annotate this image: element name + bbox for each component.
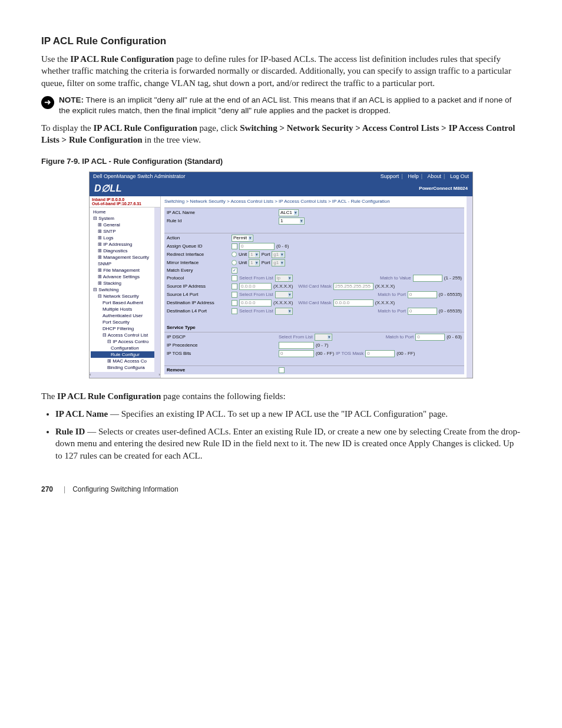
dst-port-select[interactable] [275,308,293,315]
dst-ip-checkbox[interactable] [232,300,237,306]
dst-port-match-input[interactable]: 0 [408,308,437,315]
tree-diag[interactable]: ⊞ Diagnostics [91,248,160,254]
tree-ruleconfig-selected[interactable]: Rule Configur [91,351,160,358]
tree-snmp[interactable]: SNMP [91,261,160,267]
tree-filemgmt[interactable]: ⊞ File Management [91,267,160,274]
field-desc: — Selects or creates user-defined ACLs. … [55,427,520,460]
src-port-range: (0 - 65535) [439,292,462,297]
dst-ip-input[interactable]: 0.0.0.0 [239,299,272,307]
tree-sntp[interactable]: ⊞ SNTP [91,228,160,235]
label-src-ip: Source IP Address [167,284,232,289]
tree-pba[interactable]: Port Based Authent [91,299,160,306]
label-dst-ip: Destination IP Address [167,300,232,305]
action-select[interactable]: Permit [232,235,253,242]
mirror-unit-select[interactable]: 1 [249,259,259,266]
note-label: NOTE: [59,95,84,104]
src-port-sfl: Select From List [239,292,273,297]
app-titlebar: Dell OpenManage Switch Administrator Sup… [90,172,472,180]
tree-netsec[interactable]: ⊟ Network Security [91,293,160,299]
about-link[interactable]: About [428,173,442,179]
text: page, click [197,123,240,133]
dst-ip-mask-input[interactable]: 0.0.0.0 [333,299,373,307]
footer-separator: | [64,485,65,493]
protocol-select[interactable]: ip [275,275,293,282]
sidebar-hscroll[interactable]: ‹› [90,372,160,378]
src-port-match-input[interactable]: 0 [408,291,437,298]
assign-queue-checkbox[interactable] [232,243,237,249]
tree-config[interactable]: Configuration [91,345,160,351]
redirect-unit-select[interactable]: 1 [249,251,259,258]
tree-general[interactable]: ⊞ General [91,222,160,228]
label-ip-tos: IP TOS Bits [167,351,232,356]
tree-ipaddr[interactable]: ⊞ IP Addressing [91,241,160,248]
src-port-checkbox[interactable] [232,292,237,298]
src-ip-checkbox[interactable] [232,284,237,289]
tree-ipacl[interactable]: ⊟ IP Access Contro [91,338,160,345]
ip-prec-hint: (0 - 7) [316,342,328,348]
protocol-sfl-label: Select From List [239,275,273,281]
oob-ip: Out-of-band IP:10.27.6.31 [92,202,158,206]
tree-home[interactable]: Home [91,209,160,215]
protocol-match-input[interactable] [413,275,442,282]
main-scrollbar[interactable] [467,196,472,378]
assign-queue-input[interactable]: 0 [239,243,275,250]
src-ip-mask-input[interactable]: 255.255.255.255 [333,283,373,290]
src-port-match-label: Match to Port [378,292,406,297]
label-protocol: Protocol [167,275,232,281]
tree-switching[interactable]: ⊟ Switching [91,286,160,293]
logo-row: D∅LL PowerConnect M8024 [90,180,472,196]
ip-tos-mask-input[interactable]: 0 [365,350,395,357]
ip-acl-name-select[interactable]: ALC1 [279,209,299,216]
redirect-if-radio[interactable] [232,252,237,257]
src-port-select[interactable] [275,291,293,298]
remove-checkbox[interactable] [279,367,285,373]
inband-ip: Inband IP:0.0.0.0 [92,197,158,202]
protocol-checkbox[interactable] [232,275,237,281]
support-link[interactable]: Support [381,173,399,179]
tree-mgmtsec[interactable]: ⊞ Management Security [91,254,160,261]
dscp-select[interactable] [315,334,332,341]
tree-dhcpf[interactable]: DHCP Filtering [91,325,160,332]
tree-system[interactable]: ⊟ System [91,215,160,222]
footer-section: Configuring Switching Information [72,485,178,493]
tree-macacl[interactable]: ⊞ MAC Access Co [91,358,160,364]
tree-acl[interactable]: ⊟ Access Control List [91,332,160,338]
nav-tree[interactable]: Home ⊟ System ⊞ General ⊞ SNTP ⊞ Logs ⊞ … [90,207,160,372]
redirect-port-select[interactable]: g1 [272,251,285,258]
text: in the tree view. [142,135,200,144]
tree-advset[interactable]: ⊞ Advance Settings [91,274,160,280]
tree-stacking[interactable]: ⊞ Stacking [91,280,160,286]
dst-port-match-label: Match to Port [378,308,406,314]
dscp-match-input[interactable]: 0 [415,334,445,341]
match-every-checkbox[interactable]: ✓ [232,268,237,274]
ip-tos-input[interactable]: 0 [279,350,314,357]
src-ip-input[interactable]: 0.0.0.0 [239,283,272,290]
logout-link[interactable]: Log Out [450,173,469,179]
label-rule-id: Rule Id [167,218,232,223]
main-pane: Switching > Network Security > Access Co… [161,196,472,378]
label-action: Action [167,235,232,241]
mirror-port-select[interactable]: g1 [272,259,285,266]
mirror-if-radio[interactable] [232,260,237,265]
sidebar-scrollbar[interactable] [154,207,160,372]
tree-authusers[interactable]: Authenticated User [91,312,160,319]
src-ip-mask-label: Wild Card Mask [298,284,331,289]
dscp-match-label: Match to Port [386,334,414,340]
tree-mhosts[interactable]: Multiple Hosts [91,306,160,312]
label-dst-port: Destination L4 Port [167,308,232,314]
post-figure-text: The IP ACL Rule Configuration page conta… [41,390,521,402]
tree-portsec[interactable]: Port Security [91,319,160,325]
label-match-every: Match Every [167,268,232,273]
help-link[interactable]: Help [408,173,419,179]
tree-logs[interactable]: ⊞ Logs [91,235,160,241]
page-name-bold: IP ACL Rule Configuration [57,391,161,401]
tree-bindconf[interactable]: Binding Configura [91,364,160,371]
note-arrow-icon: ➜ [41,96,54,109]
ip-tos-hint2: (00 - FF) [396,351,415,356]
ip-prec-input[interactable] [279,342,314,349]
dst-port-checkbox[interactable] [232,308,237,314]
fields-list: IP ACL Name — Specifies an existing IP A… [55,408,521,462]
breadcrumb: Switching > Network Security > Access Co… [161,196,472,206]
rule-id-select[interactable]: 1 [279,218,305,225]
note-text: NOTE: There is an implicit "deny all" ru… [59,95,521,116]
